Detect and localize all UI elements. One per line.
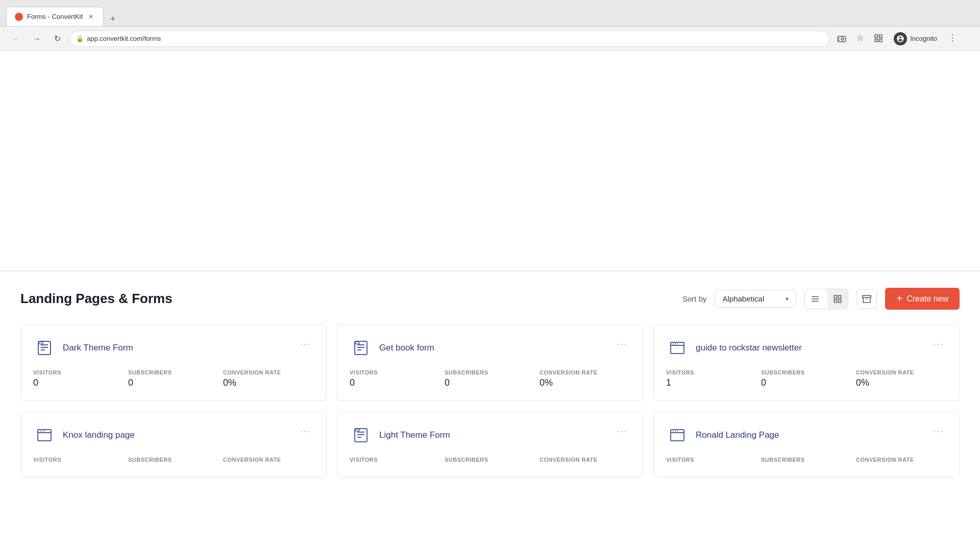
card-type-icon [350, 337, 372, 359]
subscribers-stat: SUBSCRIBERS [761, 457, 852, 465]
card-header: guide to rockstar newsletter ··· [666, 337, 947, 359]
reload-button[interactable]: ↻ [49, 31, 65, 47]
card-header: Get book form ··· [350, 337, 630, 359]
conversion-label: CONVERSION RATE [540, 457, 630, 463]
grid-view-button[interactable] [827, 289, 848, 309]
form-card[interactable]: Knox landing page ··· VISITORS SUBSCRIBE… [20, 411, 327, 478]
visitors-label: VISITORS [33, 457, 124, 463]
incognito-label: Incognito [910, 35, 937, 42]
card-menu-button[interactable]: ··· [297, 337, 314, 352]
visitors-label: VISITORS [33, 369, 124, 375]
card-menu-button[interactable]: ··· [297, 424, 314, 439]
back-button[interactable]: ← [8, 31, 24, 47]
card-title-row: Get book form [350, 337, 434, 359]
cast-button[interactable] [834, 30, 850, 46]
page-content: Landing Pages & Forms Sort by Alphabetic… [0, 51, 980, 551]
sort-dropdown[interactable]: Alphabetical ▾ [715, 290, 796, 308]
form-card[interactable]: Get book form ··· VISITORS 0 SUBSCRIBERS… [337, 324, 643, 401]
forward-button[interactable]: → [29, 31, 45, 47]
archive-button[interactable] [856, 289, 877, 309]
lock-icon: 🔒 [76, 35, 84, 42]
card-title-row: guide to rockstar newsletter [666, 337, 802, 359]
card-header: Ronald Landing Page ··· [666, 424, 947, 446]
header-controls: Sort by Alphabetical ▾ + [682, 288, 960, 310]
subscribers-value: 0 [761, 378, 852, 388]
address-bar[interactable]: 🔒 app.convertkit.com/forms [69, 31, 829, 47]
svg-rect-5 [875, 39, 877, 41]
browser-tab-active[interactable]: Forms - ConvertKit ✕ [6, 7, 104, 26]
card-type-icon [666, 424, 689, 446]
card-title-row: Light Theme Form [350, 424, 450, 446]
form-card[interactable]: Dark Theme Form ··· VISITORS 0 SUBSCRIBE… [20, 324, 327, 401]
subscribers-stat: SUBSCRIBERS [445, 457, 535, 465]
new-tab-button[interactable]: + [106, 12, 120, 26]
extension-button[interactable] [870, 30, 887, 46]
conversion-value: 0% [856, 378, 947, 388]
card-title: Light Theme Form [379, 430, 450, 441]
svg-rect-25 [355, 342, 359, 344]
card-menu-button[interactable]: ··· [614, 337, 630, 352]
form-card[interactable]: Light Theme Form ··· VISITORS SUBSCRIBER… [337, 411, 643, 478]
card-title-row: Dark Theme Form [33, 337, 133, 359]
svg-rect-10 [835, 295, 837, 298]
url-text: app.convertkit.com/forms [87, 35, 161, 42]
visitors-label: VISITORS [350, 369, 440, 375]
card-stats: VISITORS 1 SUBSCRIBERS 0 CONVERSION RATE… [666, 369, 947, 388]
form-card[interactable]: guide to rockstar newsletter ··· VISITOR… [653, 324, 960, 401]
conversion-label: CONVERSION RATE [223, 369, 314, 375]
browser-nav: ← → ↻ 🔒 app.convertkit.com/forms ☆ Incog… [0, 27, 980, 51]
conversion-stat: CONVERSION RATE 0% [540, 369, 630, 388]
visitors-value: 1 [666, 378, 757, 388]
svg-rect-20 [39, 342, 43, 344]
card-menu-button[interactable]: ··· [930, 424, 947, 439]
browser-tabs: Forms - ConvertKit ✕ + [6, 0, 120, 26]
conversion-stat: CONVERSION RATE [856, 457, 947, 465]
subscribers-label: SUBSCRIBERS [761, 369, 852, 375]
tab-title: Forms - ConvertKit [27, 13, 83, 20]
card-header: Light Theme Form ··· [350, 424, 630, 446]
card-title: Knox landing page [63, 430, 135, 441]
subscribers-label: SUBSCRIBERS [128, 457, 219, 463]
card-stats: VISITORS 0 SUBSCRIBERS 0 CONVERSION RATE… [350, 369, 630, 388]
card-menu-button[interactable]: ··· [614, 424, 630, 439]
svg-rect-14 [863, 295, 871, 297]
svg-point-0 [17, 15, 21, 19]
page-title: Landing Pages & Forms [20, 291, 173, 307]
sort-value: Alphabetical [722, 294, 764, 303]
conversion-stat: CONVERSION RATE 0% [223, 369, 314, 388]
card-stats: VISITORS SUBSCRIBERS CONVERSION RATE [666, 457, 947, 465]
subscribers-value: 0 [445, 378, 535, 388]
card-header: Knox landing page ··· [33, 424, 314, 446]
subscribers-stat: SUBSCRIBERS 0 [761, 369, 852, 388]
menu-button[interactable]: ⋮ [944, 30, 961, 46]
subscribers-stat: SUBSCRIBERS 0 [128, 369, 219, 388]
plus-icon: + [896, 293, 902, 305]
create-new-button[interactable]: + Create new [885, 288, 960, 310]
view-controls [804, 289, 848, 309]
tab-close-button[interactable]: ✕ [87, 13, 95, 21]
create-button-label: Create new [906, 294, 948, 304]
incognito-button[interactable]: Incognito [889, 30, 942, 47]
visitors-label: VISITORS [350, 457, 440, 463]
card-title-row: Knox landing page [33, 424, 135, 446]
visitors-stat: VISITORS 0 [33, 369, 124, 388]
card-stats: VISITORS SUBSCRIBERS CONVERSION RATE [33, 457, 314, 465]
bookmark-button[interactable]: ☆ [852, 30, 868, 46]
card-title: guide to rockstar newsletter [696, 342, 802, 354]
card-header: Dark Theme Form ··· [33, 337, 314, 359]
card-title: Ronald Landing Page [696, 430, 779, 441]
visitors-label: VISITORS [666, 369, 757, 375]
sort-label: Sort by [682, 294, 707, 303]
form-card[interactable]: Ronald Landing Page ··· VISITORS SUBSCRI… [653, 411, 960, 478]
subscribers-label: SUBSCRIBERS [761, 457, 852, 463]
conversion-stat: CONVERSION RATE 0% [856, 369, 947, 388]
conversion-stat: CONVERSION RATE [223, 457, 314, 465]
card-menu-button[interactable]: ··· [930, 337, 947, 352]
card-type-icon [33, 337, 56, 359]
card-stats: VISITORS SUBSCRIBERS CONVERSION RATE [350, 457, 630, 465]
list-view-button[interactable] [805, 289, 825, 309]
visitors-value: 0 [350, 378, 440, 388]
svg-rect-12 [835, 299, 837, 302]
subscribers-label: SUBSCRIBERS [128, 369, 219, 375]
cards-grid: Dark Theme Form ··· VISITORS 0 SUBSCRIBE… [20, 324, 960, 478]
